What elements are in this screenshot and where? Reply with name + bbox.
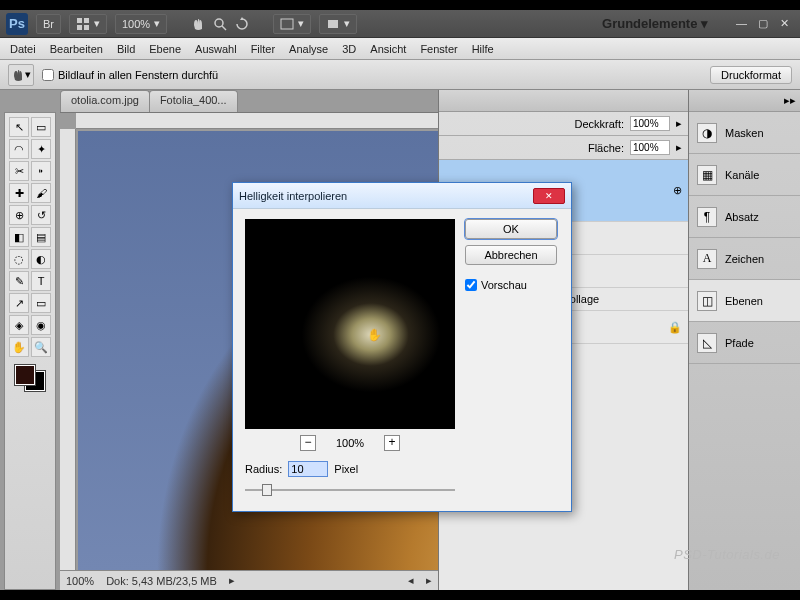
- dialog-close-button[interactable]: ✕: [533, 188, 565, 204]
- doc-tab[interactable]: otolia.com.jpg: [60, 90, 150, 112]
- dialog-helligkeit-interpolieren: Helligkeit interpolieren ✕ ✋ − 100% + Ra…: [232, 182, 572, 512]
- menu-bearbeiten[interactable]: Bearbeiten: [50, 43, 103, 55]
- zoom-icon[interactable]: [213, 17, 227, 31]
- workspace-dropdown[interactable]: Grundelemente ▾: [602, 16, 708, 31]
- maximize-icon[interactable]: ▢: [758, 17, 772, 31]
- preview-label: Vorschau: [481, 279, 527, 291]
- app-header: Ps Br ▾ 100% ▾ ▾ ▾ Grundelemente ▾ — ▢ ✕: [0, 10, 800, 38]
- lasso-tool[interactable]: ◠: [9, 139, 29, 159]
- panel-tab-absatz[interactable]: ¶Absatz: [689, 196, 800, 238]
- menu-filter[interactable]: Filter: [251, 43, 275, 55]
- brush-tool[interactable]: 🖌: [31, 183, 51, 203]
- fill-label: Fläche:: [588, 142, 624, 154]
- cancel-button[interactable]: Abbrechen: [465, 245, 557, 265]
- panel-tab-zeichen[interactable]: AZeichen: [689, 238, 800, 280]
- menu-hilfe[interactable]: Hilfe: [472, 43, 494, 55]
- color-swatch[interactable]: [15, 365, 45, 391]
- radius-slider[interactable]: [245, 483, 455, 497]
- wand-tool[interactable]: ✦: [31, 139, 51, 159]
- radius-input[interactable]: [288, 461, 328, 477]
- move-tool[interactable]: ↖: [9, 117, 29, 137]
- bridge-button[interactable]: Br: [36, 14, 61, 34]
- panel-tab-kanaele[interactable]: ▦Kanäle: [689, 154, 800, 196]
- screen-mode-dropdown[interactable]: ▾: [319, 14, 357, 34]
- layers-icon: ◫: [697, 291, 717, 311]
- doc-tab[interactable]: Fotolia_400...: [149, 90, 238, 112]
- path-select-tool[interactable]: ↗: [9, 293, 29, 313]
- menu-ebene[interactable]: Ebene: [149, 43, 181, 55]
- stamp-tool[interactable]: ⊕: [9, 205, 29, 225]
- type-tool[interactable]: T: [31, 271, 51, 291]
- window-icon: [280, 17, 294, 31]
- scroll-all-checkbox[interactable]: Bildlauf in allen Fenstern durchfü: [42, 69, 218, 81]
- menu-bild[interactable]: Bild: [117, 43, 135, 55]
- print-format-button[interactable]: Druckformat: [710, 66, 792, 84]
- menu-ansicht[interactable]: Ansicht: [370, 43, 406, 55]
- dock-collapse[interactable]: ▸▸: [689, 90, 800, 112]
- close-icon[interactable]: ✕: [780, 17, 794, 31]
- paths-icon: ◺: [697, 333, 717, 353]
- rotate-icon[interactable]: [235, 17, 249, 31]
- svg-rect-7: [328, 20, 338, 28]
- menu-datei[interactable]: Datei: [10, 43, 36, 55]
- tool-palette: ↖▭ ◠✦ ✂⁍ ✚🖌 ⊕↺ ◧▤ ◌◐ ✎T ↗▭ ◈◉ ✋🔍: [4, 112, 56, 590]
- zoom-in-button[interactable]: +: [384, 435, 400, 451]
- menu-auswahl[interactable]: Auswahl: [195, 43, 237, 55]
- ok-button[interactable]: OK: [465, 219, 557, 239]
- grid-icon: [76, 17, 90, 31]
- ruler-vertical[interactable]: [60, 129, 76, 590]
- minimize-icon[interactable]: —: [736, 17, 750, 31]
- gradient-tool[interactable]: ▤: [31, 227, 51, 247]
- status-zoom[interactable]: 100%: [66, 575, 94, 587]
- channels-icon: ▦: [697, 165, 717, 185]
- heal-tool[interactable]: ✚: [9, 183, 29, 203]
- fill-input[interactable]: [630, 140, 670, 155]
- zoom-level-dropdown[interactable]: 100% ▾: [115, 14, 167, 34]
- panel-tab-pfade[interactable]: ◺Pfade: [689, 322, 800, 364]
- marquee-tool[interactable]: ▭: [31, 117, 51, 137]
- panel-header[interactable]: [439, 90, 688, 112]
- status-doc-size[interactable]: Dok: 5,43 MB/23,5 MB: [106, 575, 217, 587]
- svg-rect-2: [77, 25, 82, 30]
- opacity-input[interactable]: [630, 116, 670, 131]
- mask-icon: ◑: [697, 123, 717, 143]
- camera-tool[interactable]: ◉: [31, 315, 51, 335]
- crop-tool[interactable]: ✂: [9, 161, 29, 181]
- ruler-horizontal[interactable]: [76, 113, 438, 129]
- svg-line-5: [222, 26, 226, 30]
- 3d-tool[interactable]: ◈: [9, 315, 29, 335]
- menu-fenster[interactable]: Fenster: [420, 43, 457, 55]
- hand-tool-icon: [11, 68, 25, 82]
- eyedropper-tool[interactable]: ⁍: [31, 161, 51, 181]
- radius-label: Radius:: [245, 463, 282, 475]
- right-panel-dock: ▸▸ ◑Masken ▦Kanäle ¶Absatz AZeichen ◫Ebe…: [688, 90, 800, 590]
- menu-analyse[interactable]: Analyse: [289, 43, 328, 55]
- photoshop-window: Ps Br ▾ 100% ▾ ▾ ▾ Grundelemente ▾ — ▢ ✕…: [0, 10, 800, 590]
- pen-tool[interactable]: ✎: [9, 271, 29, 291]
- arrange-dropdown[interactable]: ▾: [273, 14, 311, 34]
- dodge-tool[interactable]: ◐: [31, 249, 51, 269]
- panel-tab-masken[interactable]: ◑Masken: [689, 112, 800, 154]
- hand-tool[interactable]: ✋: [9, 337, 29, 357]
- status-bar: 100% Dok: 5,43 MB/23,5 MB ▸◂▸: [60, 570, 438, 590]
- view-layout-dropdown[interactable]: ▾: [69, 14, 107, 34]
- zoom-tool[interactable]: 🔍: [31, 337, 51, 357]
- preview-checkbox[interactable]: Vorschau: [465, 279, 557, 291]
- shape-tool[interactable]: ▭: [31, 293, 51, 313]
- foreground-color[interactable]: [15, 365, 35, 385]
- eraser-tool[interactable]: ◧: [9, 227, 29, 247]
- history-brush-tool[interactable]: ↺: [31, 205, 51, 225]
- current-tool-icon[interactable]: ▾: [8, 64, 34, 86]
- svg-point-4: [215, 19, 223, 27]
- svg-rect-1: [84, 18, 89, 23]
- menu-3d[interactable]: 3D: [342, 43, 356, 55]
- dialog-titlebar[interactable]: Helligkeit interpolieren ✕: [233, 183, 571, 209]
- zoom-out-button[interactable]: −: [300, 435, 316, 451]
- main-menu: Datei Bearbeiten Bild Ebene Auswahl Filt…: [0, 38, 800, 60]
- svg-rect-0: [77, 18, 82, 23]
- panel-tab-ebenen[interactable]: ◫Ebenen: [689, 280, 800, 322]
- hand-icon[interactable]: [191, 17, 205, 31]
- preview-area[interactable]: ✋: [245, 219, 455, 429]
- opacity-label: Deckkraft:: [574, 118, 624, 130]
- blur-tool[interactable]: ◌: [9, 249, 29, 269]
